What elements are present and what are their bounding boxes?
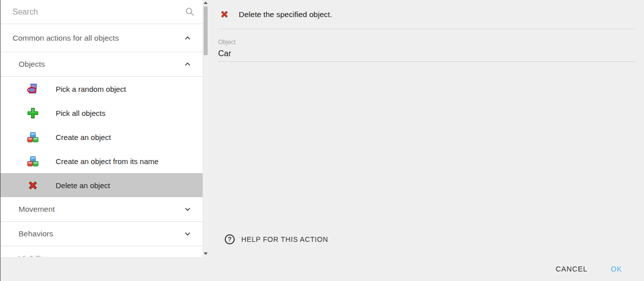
sidebar-group-objects[interactable]: Objects xyxy=(1,52,203,77)
action-detail-panel: Delete the specified object. Object ? HE… xyxy=(208,0,644,257)
search-icon xyxy=(185,7,195,17)
chevron-down-icon xyxy=(183,205,192,214)
object-field-block: Object xyxy=(218,39,635,62)
group-label: Visibility xyxy=(19,254,47,257)
chevron-down-icon xyxy=(183,254,192,257)
create-object-from-name-icon xyxy=(27,155,39,168)
action-item-label: Create an object from its name xyxy=(56,157,158,166)
group-label: Objects xyxy=(19,60,45,69)
sidebar-group-common-actions[interactable]: Common actions for all objects xyxy=(1,24,203,52)
cancel-button[interactable]: CANCEL xyxy=(548,261,596,277)
group-label: Behaviors xyxy=(19,229,53,238)
delete-action-icon xyxy=(219,9,230,20)
action-item-label: Create an object xyxy=(56,133,111,142)
chevron-down-icon xyxy=(183,229,192,238)
action-item-pick-all-objects[interactable]: Pick all objects xyxy=(1,101,203,125)
search-input[interactable] xyxy=(13,8,181,17)
scrollbar-thumb[interactable] xyxy=(204,7,208,55)
group-label: Movement xyxy=(19,205,55,214)
chevron-up-icon xyxy=(183,60,192,69)
header-divider xyxy=(218,29,635,29)
action-item-create-object[interactable]: Create an object xyxy=(1,125,203,149)
actions-sidebar: Common actions for all objects Objects P… xyxy=(1,0,203,257)
help-for-action-button[interactable]: ? HELP FOR THIS ACTION xyxy=(220,231,333,247)
pick-random-object-icon xyxy=(27,83,39,95)
object-field-input[interactable] xyxy=(218,49,635,62)
sidebar-group-movement[interactable]: Movement xyxy=(1,197,203,222)
object-field-label: Object xyxy=(218,39,635,46)
delete-object-icon xyxy=(27,179,39,192)
action-item-delete-object[interactable]: Delete an object xyxy=(1,173,203,197)
action-item-create-object-from-name[interactable]: Create an object from its name xyxy=(1,149,203,173)
scrollbar-down-arrow-icon[interactable] xyxy=(204,251,208,256)
action-item-label: Pick a random object xyxy=(56,85,126,93)
scrollbar-up-arrow-icon[interactable] xyxy=(204,1,208,6)
create-object-icon xyxy=(27,131,39,144)
search-row xyxy=(1,0,203,24)
help-icon: ? xyxy=(225,234,235,244)
help-button-label: HELP FOR THIS ACTION xyxy=(241,235,328,243)
sidebar-group-visibility[interactable]: Visibility xyxy=(1,246,203,257)
chevron-up-icon xyxy=(183,34,192,43)
dialog-footer: CANCEL OK xyxy=(0,257,644,281)
group-label: Common actions for all objects xyxy=(13,34,119,43)
sidebar-group-behaviors[interactable]: Behaviors xyxy=(1,222,203,246)
action-item-label: Delete an object xyxy=(56,181,110,190)
action-item-label: Pick all objects xyxy=(56,109,105,117)
action-detail-header: Delete the specified object. xyxy=(208,0,644,29)
ok-button[interactable]: OK xyxy=(602,261,630,277)
sidebar-scrollbar[interactable] xyxy=(203,0,208,257)
pick-all-objects-icon xyxy=(27,107,39,119)
action-item-pick-random-object[interactable]: Pick a random object xyxy=(1,77,203,101)
action-title: Delete the specified object. xyxy=(239,10,332,19)
